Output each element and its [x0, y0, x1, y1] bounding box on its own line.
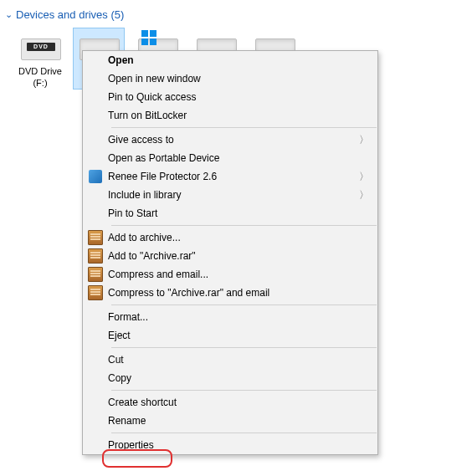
menu-label: Add to "Archive.rar": [108, 250, 369, 262]
menu-label: Format...: [108, 311, 369, 323]
chevron-right-icon: 〉: [359, 133, 369, 147]
menu-separator: [111, 225, 377, 226]
menu-label: Include in library: [108, 189, 359, 201]
menu-compress-rar-email[interactable]: Compress to "Archive.rar" and email: [83, 284, 377, 302]
dvd-drive-icon: DVD: [19, 32, 61, 62]
menu-label: Give access to: [108, 134, 359, 146]
menu-label: Rename: [108, 415, 369, 427]
context-menu: Open Open in new window Pin to Quick acc…: [82, 50, 378, 455]
archive-icon: [88, 230, 103, 245]
drive-label-line2: (F:): [15, 77, 65, 89]
archive-icon: [88, 267, 103, 282]
menu-label: Copy: [108, 372, 369, 384]
menu-format[interactable]: Format...: [83, 308, 377, 326]
menu-label: Create shortcut: [108, 397, 369, 408]
menu-cut[interactable]: Cut: [83, 351, 377, 369]
menu-bitlocker[interactable]: Turn on BitLocker: [83, 106, 377, 125]
menu-add-archive[interactable]: Add to archive...: [83, 228, 377, 247]
menu-create-shortcut[interactable]: Create shortcut: [83, 393, 377, 412]
menu-label: Properties: [108, 439, 369, 451]
menu-properties[interactable]: Properties: [83, 436, 377, 454]
menu-label: Eject: [108, 330, 369, 341]
menu-compress-email[interactable]: Compress and email...: [83, 265, 377, 284]
menu-label: Open as Portable Device: [108, 152, 369, 164]
menu-label: Compress to "Archive.rar" and email: [108, 287, 369, 299]
menu-rename[interactable]: Rename: [83, 412, 377, 430]
menu-label: Compress and email...: [108, 269, 369, 280]
menu-include-library[interactable]: Include in library 〉: [83, 186, 377, 204]
drive-dvd[interactable]: DVD DVD Drive (F:): [15, 28, 65, 89]
menu-pin-start[interactable]: Pin to Start: [83, 204, 377, 223]
archive-icon: [88, 248, 103, 264]
menu-label: Turn on BitLocker: [108, 110, 369, 121]
menu-open-new-window[interactable]: Open in new window: [83, 69, 377, 88]
menu-pin-quick-access[interactable]: Pin to Quick access: [83, 88, 377, 106]
menu-open-portable[interactable]: Open as Portable Device: [83, 149, 377, 167]
renee-icon: [89, 170, 102, 183]
chevron-down-icon: ⌄: [5, 10, 13, 19]
menu-label: Open: [108, 54, 369, 66]
drive-label: DVD Drive: [15, 65, 65, 77]
section-title: Devices and drives (5): [16, 8, 124, 21]
windows-logo-icon: [141, 30, 158, 47]
menu-open[interactable]: Open: [83, 51, 377, 69]
menu-label: Open in new window: [108, 73, 369, 84]
menu-renee[interactable]: Renee File Protector 2.6 〉: [83, 167, 377, 186]
menu-label: Pin to Start: [108, 207, 369, 219]
menu-separator: [111, 390, 377, 391]
menu-separator: [111, 432, 377, 433]
chevron-right-icon: 〉: [359, 188, 369, 202]
dvd-badge: DVD: [27, 43, 55, 51]
archive-icon: [88, 285, 103, 300]
menu-separator: [111, 347, 377, 348]
menu-copy[interactable]: Copy: [83, 369, 377, 387]
section-header[interactable]: ⌄ Devices and drives (5): [5, 8, 124, 21]
menu-label: Pin to Quick access: [108, 91, 369, 103]
menu-separator: [111, 305, 377, 305]
menu-add-archive-rar[interactable]: Add to "Archive.rar": [83, 247, 377, 265]
chevron-right-icon: 〉: [359, 170, 369, 184]
menu-separator: [111, 127, 377, 128]
menu-eject[interactable]: Eject: [83, 326, 377, 345]
menu-label: Add to archive...: [108, 232, 369, 243]
menu-give-access[interactable]: Give access to 〉: [83, 131, 377, 149]
menu-label: Cut: [108, 354, 369, 366]
menu-label: Renee File Protector 2.6: [108, 171, 359, 182]
